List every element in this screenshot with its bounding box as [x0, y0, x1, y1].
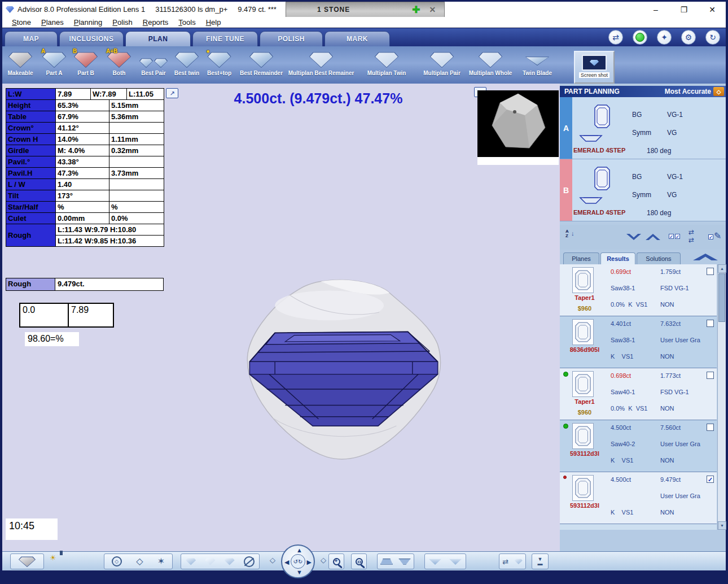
filter-edit-icon[interactable]: ✓✎ [708, 230, 721, 241]
crown-view-icon[interactable] [380, 559, 393, 565]
makeable-view-button[interactable] [10, 554, 44, 569]
tang-press-button[interactable]: ▼▬ [532, 554, 549, 569]
results-scrollbar[interactable]: ▲ ▼ [717, 264, 726, 530]
part-section-a[interactable]: A EMERALD 4STEP BG VG-1 Symm VG 180 deg [560, 97, 726, 159]
stone-3d-view[interactable] [234, 276, 454, 462]
close-stone-button[interactable]: ✕ [429, 6, 436, 14]
part-b-view-icon[interactable] [205, 558, 215, 565]
girdle-mark-icon[interactable]: ✎ [429, 558, 441, 565]
menu-polish[interactable]: Polish [107, 18, 137, 27]
measure-row: Tilt173° [6, 190, 164, 202]
accuracy-icon[interactable]: ◇ [713, 87, 724, 96]
measure-value: 0.0% [109, 213, 164, 224]
result-checkbox[interactable]: ✓ [707, 476, 714, 483]
facet-mark-icon[interactable]: ✎ [449, 558, 462, 565]
measure-row: Crown°41.12° [6, 123, 164, 134]
main-viewport[interactable]: L:W7.89W:7.89L:11.05Height65.3%5.15mmTab… [2, 84, 560, 551]
results-tab-solutions[interactable]: Solutions [637, 252, 681, 264]
add-stone-button[interactable]: ✚ [412, 5, 420, 15]
rotate-right-icon[interactable]: ▶ [307, 559, 312, 565]
result-row[interactable]: Taper1 $960 0.699ctSaw38-10.0% K VS1 1.7… [560, 264, 717, 316]
measure-value [109, 179, 164, 190]
result-checkbox[interactable] [707, 372, 714, 379]
menu-planning[interactable]: Planning [69, 18, 108, 27]
menu-stone[interactable]: Stone [7, 18, 36, 27]
toolbar-part-b[interactable]: BPart B [70, 51, 102, 76]
toolbar-best-remainder[interactable]: Best Remainder [235, 51, 287, 76]
facets-view-icon[interactable]: ✶ [157, 557, 165, 566]
tab-map[interactable]: MAP [5, 31, 58, 46]
menu-planes[interactable]: Planes [36, 18, 69, 27]
toolbar-best-top[interactable]: ●Best+top [203, 51, 235, 76]
view-diamond-button[interactable]: ✦ [657, 30, 672, 45]
tab-inclusions[interactable]: INCLUSIONS [59, 31, 124, 46]
screenshot-button[interactable]: Screen shot [574, 51, 615, 84]
part-a-view-icon[interactable] [186, 558, 196, 565]
status-light[interactable] [633, 30, 647, 45]
toolbar-multiplan-twin[interactable]: Multiplan Twin [355, 51, 418, 76]
result-checkbox[interactable] [707, 268, 714, 275]
toolbar-part-a[interactable]: APart A [38, 51, 70, 76]
toolbar-best-twin[interactable]: Best twin [170, 51, 203, 76]
results-tab-planes[interactable]: Planes [563, 252, 599, 264]
results-tab-results[interactable]: Results [600, 252, 635, 264]
collapse-panel-icon[interactable] [693, 254, 718, 260]
expand-table-button[interactable]: ↗ [166, 88, 178, 98]
toolbar-best-pair[interactable]: Best Pair [137, 51, 170, 76]
toolbar-twin-blade[interactable]: Twin Blade [515, 51, 559, 76]
chevron-down-icon[interactable] [626, 234, 641, 240]
stone-tab[interactable]: 1 STONE ✚ ✕ [286, 2, 445, 17]
tab-mark[interactable]: MARK [324, 31, 390, 46]
result-row[interactable]: Taper1 $960 0.698ctSaw40-10.0% K VS1 1.7… [560, 368, 717, 420]
both-parts-view-icon[interactable] [225, 558, 235, 565]
girdle-view-icon[interactable]: ◇ [112, 556, 122, 566]
toolbar-multiplan-pair[interactable]: Multiplan Pair [418, 51, 466, 76]
rotate-left-icon[interactable]: ◀ [284, 559, 289, 565]
rotate-left-diamond-icon[interactable]: ◇ [270, 556, 275, 564]
table-view-icon[interactable]: ◇ [136, 557, 143, 566]
toolbar-multiplan-best-remainer[interactable]: Multiplan Best Remainer [287, 51, 355, 76]
result-row[interactable]: 593112d3l 4.500ctSaw40-2K VS1 7.560ctUse… [560, 420, 717, 472]
settings-button[interactable]: ⚙ [681, 30, 696, 45]
result-checkbox[interactable] [707, 424, 714, 431]
scroll-down-icon[interactable]: ▼ [718, 521, 726, 530]
swap-parts-button[interactable]: ⇄ [499, 554, 526, 569]
zoom-region-button[interactable] [351, 554, 367, 569]
part-id-label: B [560, 159, 572, 221]
compare-arrows-icon[interactable]: ⇄⇄ [688, 228, 694, 244]
rotate-right-diamond-icon[interactable]: ◇ [321, 556, 326, 564]
pan-arrows-button[interactable]: ⇄ [608, 30, 623, 45]
toolbar-multiplan-whole[interactable]: Multiplan Whole [466, 51, 515, 76]
multi-select-icon[interactable]: ✓✓ [668, 230, 681, 241]
menu-tools[interactable]: Tools [173, 18, 200, 27]
toolbar-makeable[interactable]: Makeable [2, 51, 38, 76]
close-button[interactable]: ✕ [707, 5, 718, 14]
tab-polish[interactable]: POLISH [260, 31, 323, 46]
result-checkbox[interactable] [707, 320, 714, 327]
pavilion-view-icon[interactable] [398, 559, 411, 565]
sort-az-icon[interactable]: AZ↓ [565, 229, 569, 238]
scroll-thumb[interactable] [718, 273, 725, 322]
result-row[interactable]: 593112d3l 4.500ctK VS1 9.479ctUser User … [560, 472, 717, 524]
saw-plane-icon[interactable] [244, 556, 255, 567]
scroll-up-icon[interactable]: ▲ [718, 264, 726, 273]
measure-label: Crown° [6, 123, 56, 134]
zoom-in-button[interactable]: + [328, 554, 344, 569]
maximize-button[interactable]: ❐ [678, 5, 690, 14]
tab-plan[interactable]: PLAN [125, 31, 191, 46]
result-row[interactable]: 8636d905l 4.401ctSaw38-1K VS1 7.632ctUse… [560, 316, 717, 368]
minimize-button[interactable]: – [650, 5, 661, 14]
menu-bar: StonePlanesPlanningPolishReportsToolsHel… [2, 17, 726, 28]
part-section-b[interactable]: B EMERALD 4STEP BG VG-1 Symm VG 180 deg [560, 159, 726, 221]
rotation-pad[interactable]: ◀ ▶ ▲ ▼ ↺↻ [281, 544, 315, 578]
brightness-controls[interactable]: ☀ [50, 552, 60, 562]
menu-reports[interactable]: Reports [138, 18, 174, 27]
refresh-button[interactable]: ↻ [705, 30, 720, 45]
rotate-up-icon[interactable]: ▲ [296, 547, 302, 554]
chevron-up-icon[interactable] [646, 234, 660, 240]
rotate-down-icon[interactable]: ▼ [296, 569, 302, 576]
menu-help[interactable]: Help [201, 18, 226, 27]
spin-center-icon[interactable]: ↺↻ [291, 554, 305, 569]
toolbar-both[interactable]: A+BBoth [102, 51, 137, 76]
tab-fine-tune[interactable]: FINE TUNE [192, 31, 258, 46]
